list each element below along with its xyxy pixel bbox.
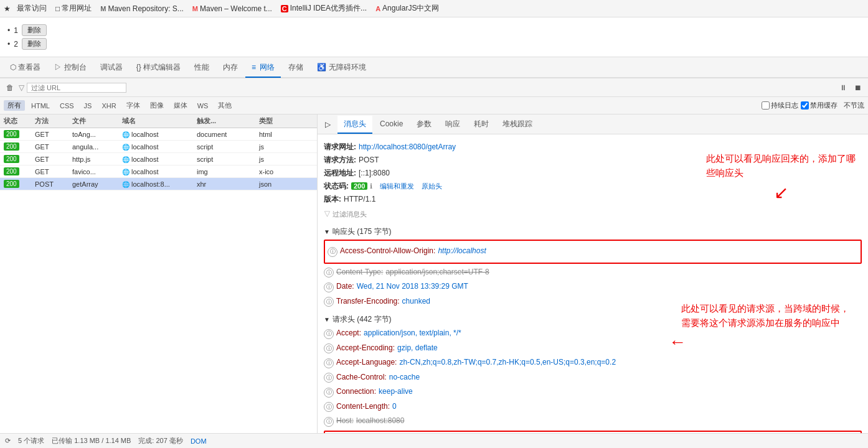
filter-url-input[interactable] — [27, 83, 126, 93]
filter-font[interactable]: 字体 — [123, 100, 144, 111]
style-icon: {} — [136, 63, 141, 72]
file-cell: toAng... — [71, 131, 121, 138]
bookmark-common[interactable]: □ 常用网址 — [53, 2, 94, 15]
bookmark-angularjs-icon: A — [375, 5, 380, 12]
status-bar: ⟳ 5 个请求 已传输 1.13 MB / 1.14 MB 完成: 207 毫秒… — [0, 433, 868, 448]
filter-js[interactable]: JS — [80, 101, 96, 110]
tab-inspector[interactable]: ⬡ 查看器 — [4, 58, 47, 78]
header-info-icon[interactable]: ⓘ — [328, 247, 337, 257]
header-name-accept: Accept: — [336, 329, 361, 337]
tab-response[interactable]: 响应 — [439, 116, 466, 134]
tab-accessibility[interactable]: ♿ 无障碍环境 — [311, 58, 372, 78]
header-info-icon-cc[interactable]: ⓘ — [324, 373, 334, 383]
tab-storage[interactable]: 存储 — [282, 58, 309, 78]
pause-btn[interactable]: ⏸ — [837, 82, 849, 93]
table-row[interactable]: 200 GET angula... 🌐 localhost script js — [0, 141, 317, 153]
header-name-transfer: Transfer-Encoding: — [336, 297, 400, 306]
disable-cache-checkbox[interactable] — [801, 101, 809, 110]
response-arrow-icon: ▼ — [324, 228, 330, 235]
filter-css[interactable]: CSS — [56, 101, 78, 110]
header-value-content-type: application/json;charset=UTF-8 — [385, 268, 489, 276]
bookmark-maven2[interactable]: M Maven – Welcome t... — [190, 3, 275, 14]
trigger-cell: img — [196, 168, 258, 175]
list-item-2: • 2 删除 — [7, 38, 861, 50]
domain-cell: 🌐 localhost — [121, 156, 196, 163]
remote-row: 远程地址: [::1]:8080 — [324, 168, 862, 179]
filter-other[interactable]: 其他 — [214, 100, 235, 111]
status-bar-icon[interactable]: ⟳ — [5, 437, 11, 445]
origin-highlight: ⓘ Origin: http://localhost — [324, 431, 862, 434]
tab-cookie[interactable]: Cookie — [374, 116, 409, 133]
filter-html[interactable]: HTML — [27, 101, 54, 110]
edit-resend-btn[interactable]: 编辑和重发 — [380, 182, 414, 191]
list-item: ⓘ Connection: keep-alive — [324, 386, 862, 399]
list-item: ⓘ Host: localhost:8080 — [324, 415, 862, 428]
bookmark-frequent[interactable]: 最常访问 — [14, 2, 49, 15]
type-cell: html — [258, 131, 295, 138]
stop-btn[interactable]: ⏹ — [852, 82, 864, 93]
bookmark-intellij[interactable]: C IntelliJ IDEA优秀插件... — [278, 2, 369, 15]
clear-btn[interactable]: 🗑 — [4, 82, 16, 93]
tab-params[interactable]: 参数 — [410, 116, 438, 134]
tab-memory[interactable]: 内存 — [217, 58, 244, 78]
tab-performance[interactable]: 性能 — [188, 58, 215, 78]
url-value: http://localhost:8080/getArray — [359, 142, 456, 151]
tab-timing[interactable]: 耗时 — [468, 116, 495, 134]
list-item: ⓘ Access-Control-Allow-Origin: http://lo… — [328, 245, 858, 258]
domain-cell: 🌐 localhost — [121, 143, 196, 151]
tab-headers[interactable]: 消息头 — [337, 116, 372, 134]
delete-btn-1[interactable]: 删除 — [22, 24, 47, 36]
trigger-cell: xhr — [196, 180, 258, 188]
header-info-icon-ae[interactable]: ⓘ — [324, 343, 334, 353]
table-row[interactable]: 200 GET toAng... 🌐 localhost document ht… — [0, 128, 317, 141]
persist-log-checkbox[interactable] — [762, 101, 770, 110]
header-value-host: localhost:8080 — [356, 416, 404, 425]
header-info-icon-te[interactable]: ⓘ — [324, 297, 334, 307]
panel-toggle-btn[interactable]: ▷ — [321, 118, 334, 131]
filter-image[interactable]: 图像 — [146, 100, 167, 111]
bookmark-maven1[interactable]: M Maven Repository: S... — [98, 3, 186, 14]
header-value-accept: application/json, text/plain, */* — [364, 329, 461, 337]
header-info-icon-date[interactable]: ⓘ — [324, 282, 334, 292]
table-row[interactable]: 200 GET favico... 🌐 localhost img x-ico — [0, 166, 317, 178]
table-row[interactable]: 200 POST getArray 🌐 localhost:8... xhr j… — [0, 178, 317, 190]
header-info-icon-conn[interactable]: ⓘ — [324, 388, 334, 398]
list-item: ⓘ Date: Wed, 21 Nov 2018 13:39:29 GMT — [324, 281, 862, 294]
header-info-icon-cl[interactable]: ⓘ — [324, 402, 334, 412]
tab-debugger[interactable]: 调试器 — [94, 58, 129, 78]
header-value-transfer: chunked — [402, 297, 430, 306]
response-headers-section[interactable]: ▼ 响应头 (175 字节) — [324, 226, 862, 237]
filter-media[interactable]: 媒体 — [170, 100, 191, 111]
raw-header-btn[interactable]: 原始头 — [422, 182, 442, 191]
network-icon: ≡ — [252, 63, 256, 72]
delete-btn-2[interactable]: 删除 — [22, 38, 47, 50]
tab-stack-trace[interactable]: 堆栈跟踪 — [496, 116, 539, 134]
filter-msg-label: ▽ 过滤消息头 — [324, 210, 367, 219]
filter-ws[interactable]: WS — [194, 101, 212, 110]
header-info-icon-al[interactable]: ⓘ — [324, 358, 334, 368]
status-info-icon[interactable]: ℹ — [370, 182, 372, 190]
list-num-1: 1 — [14, 26, 18, 35]
header-name-cache: Cache-Control: — [336, 373, 387, 381]
bookmark-maven2-label: Maven – Welcome t... — [200, 4, 272, 13]
accessibility-icon: ♿ — [317, 63, 326, 72]
header-info-icon-accept[interactable]: ⓘ — [324, 329, 334, 339]
domain-cell: 🌐 localhost — [121, 131, 196, 138]
header-info-icon-ct[interactable]: ⓘ — [324, 268, 334, 278]
bookmark-angularjs[interactable]: A AngularJS中文网 — [373, 2, 441, 15]
url-row: 请求网址: http://localhost:8080/getArray — [324, 142, 862, 152]
filter-xhr[interactable]: XHR — [98, 101, 120, 110]
domain-cell: 🌐 localhost — [121, 168, 196, 175]
persist-log-label: 持续日志 — [771, 101, 798, 110]
tab-style-editor[interactable]: {} 样式编辑器 — [130, 58, 187, 78]
filter-all[interactable]: 所有 — [4, 100, 25, 111]
filter-messages: ▽ 过滤消息头 — [324, 207, 862, 222]
table-row[interactable]: 200 GET http.js 🌐 localhost script js — [0, 153, 317, 166]
header-info-icon-host[interactable]: ⓘ — [324, 417, 334, 427]
dom-label: DOM — [191, 437, 207, 445]
tab-console[interactable]: ▷ 控制台 — [48, 58, 92, 78]
list-item: ⓘ Cache-Control: no-cache — [324, 371, 862, 385]
status-badge: 200 — [2, 167, 34, 175]
tab-network[interactable]: ≡ 网络 — [245, 58, 281, 78]
request-headers-section[interactable]: ▼ 请求头 (442 字节) — [324, 314, 862, 325]
